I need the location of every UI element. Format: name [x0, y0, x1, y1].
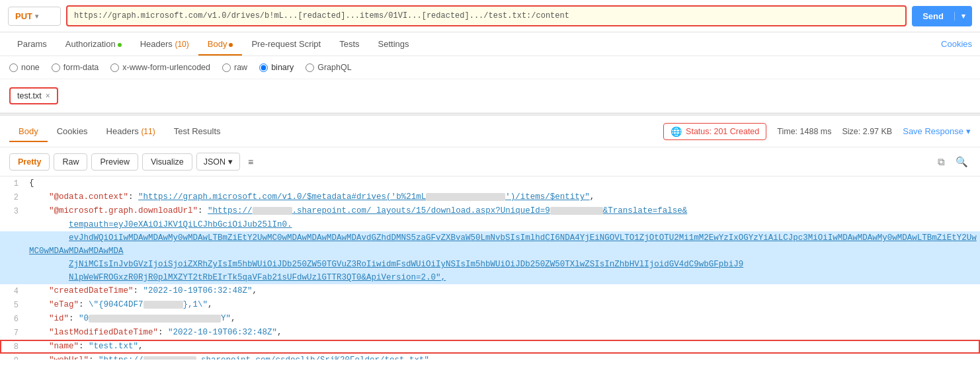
save-response-button[interactable]: Save Response ▾ [903, 126, 971, 136]
request-tabs: Params Authorization Headers (10) Body P… [0, 32, 980, 56]
line-content: "eTag": \"{904C4DF7 },1\", [26, 298, 980, 311]
response-tab-test-results[interactable]: Test Results [165, 121, 230, 141]
tab-tests[interactable]: Tests [330, 32, 368, 56]
format-toolbar: Pretty Raw Preview Visualize JSON ▾ ≡ ⧉ … [0, 147, 980, 176]
json-format-select[interactable]: JSON ▾ [196, 153, 240, 171]
file-remove-icon[interactable]: × [46, 91, 50, 100]
url-bar: PUT ▾ Send ▾ [0, 0, 980, 32]
code-line: 6 "id": "0 Y", [0, 312, 980, 326]
save-arrow-icon: ▾ [966, 126, 971, 136]
line-number: 3 [0, 204, 26, 218]
line-number: 9 [0, 354, 26, 360]
line-number [0, 218, 26, 219]
auth-dot [118, 43, 122, 47]
line-number [0, 258, 26, 258]
line-content: "@odata.context": "https://graph.microso… [26, 190, 980, 204]
line-content: "webUrl": "https:// .sharepoint.com/csdo… [26, 354, 980, 360]
method-chevron-icon: ▾ [35, 13, 38, 20]
code-line: evJhdWQiOiIwMDAwMDAwMy0wMDAwLTBmZiEtY2Uw… [0, 231, 980, 258]
time-info: Time: 1488 ms [777, 127, 831, 136]
line-content: tempauth=eyJ0eXAiOiJKV1QiLCJhbGciOiJub25… [26, 218, 980, 231]
line-content: ZjNiMCIsInJvbGVzIjoiSjoiZXRhZyIsIm5hbWUi… [26, 258, 980, 271]
code-line: tempauth=eyJ0eXAiOiJKV1QiLCJhbGciOiJub25… [0, 218, 980, 231]
json-label: JSON [204, 157, 225, 167]
response-tab-body[interactable]: Body [9, 121, 48, 141]
line-content: "createdDateTime": "2022-10-19T06:32:48Z… [26, 284, 980, 297]
tab-body[interactable]: Body [198, 32, 243, 56]
copy-icon[interactable]: ⧉ [935, 153, 948, 171]
status-text: Status: 201 Created [686, 127, 759, 136]
status-badge: 🌐 Status: 201 Created [663, 123, 766, 140]
line-number [0, 231, 26, 232]
response-meta: 🌐 Status: 201 Created Time: 1488 ms Size… [663, 123, 971, 140]
send-label: Send [912, 11, 954, 21]
code-line: 2 "@odata.context": "https://graph.micro… [0, 190, 980, 204]
code-line: ZjNiMCIsInJvbGVzIjoiSjoiZXRhZyIsIm5hbWUi… [0, 258, 980, 271]
code-line: 8 "name": "test.txt", [0, 340, 980, 354]
line-content: "@microsoft.graph.downloadUrl": "https:/… [26, 204, 980, 217]
body-dot [229, 43, 233, 47]
tab-params[interactable]: Params [8, 32, 56, 56]
file-upload-area: test.txt × [0, 79, 980, 113]
method-label: PUT [15, 11, 32, 21]
line-number: 7 [0, 326, 26, 340]
send-arrow-icon: ▾ [954, 12, 972, 20]
cookies-link[interactable]: Cookies [941, 39, 972, 49]
fmt-pretty-button[interactable]: Pretty [9, 153, 50, 171]
line-content: NlpWeWFROGxzR0RjR0plMXZYT2tRbEIrTk5qaVFa… [26, 271, 980, 284]
url-input[interactable] [66, 5, 907, 26]
line-content: "name": "test.txt", [26, 340, 980, 353]
file-name: test.txt [17, 91, 42, 100]
line-number: 4 [0, 284, 26, 298]
line-number [0, 271, 26, 272]
size-info: Size: 2.97 KB [842, 127, 892, 136]
toolbar-right: ⧉ 🔍 [935, 153, 971, 171]
tab-pre-request[interactable]: Pre-request Script [242, 32, 330, 56]
file-tag: test.txt × [9, 87, 58, 104]
response-tab-headers[interactable]: Headers (11) [97, 121, 165, 141]
send-button[interactable]: Send ▾ [912, 6, 972, 26]
fmt-visualize-button[interactable]: Visualize [142, 153, 192, 171]
tab-authorization[interactable]: Authorization [56, 32, 131, 56]
tab-headers[interactable]: Headers (10) [131, 32, 198, 56]
code-area[interactable]: 1{2 "@odata.context": "https://graph.mic… [0, 176, 980, 360]
json-chevron-icon: ▾ [228, 157, 233, 167]
radio-graphql[interactable]: GraphQL [306, 63, 351, 72]
radio-form-data[interactable]: form-data [52, 63, 99, 72]
line-content: "lastModifiedDateTime": "2022-10-19T06:3… [26, 326, 980, 339]
response-header: Body Cookies Headers (11) Test Results 🌐… [0, 116, 980, 147]
response-tabs: Body Cookies Headers (11) Test Results [9, 121, 230, 141]
code-line: 3 "@microsoft.graph.downloadUrl": "https… [0, 204, 980, 218]
line-number: 1 [0, 176, 26, 190]
line-number: 8 [0, 340, 26, 354]
code-line: 9 "webUrl": "https:// .sharepoint.com/cs… [0, 354, 980, 360]
search-icon[interactable]: 🔍 [953, 153, 971, 171]
fmt-preview-button[interactable]: Preview [91, 153, 138, 171]
line-number: 6 [0, 312, 26, 326]
code-line: NlpWeWFROGxzR0RjR0plMXZYT2tRbEIrTk5qaVFa… [0, 271, 980, 284]
method-select[interactable]: PUT ▾ [8, 7, 61, 26]
line-content: evJhdWQiOiIwMDAwMDAwMy0wMDAwLTBmZiEtY2Uw… [26, 231, 980, 258]
code-line: 7 "lastModifiedDateTime": "2022-10-19T06… [0, 326, 980, 340]
response-tab-cookies[interactable]: Cookies [48, 121, 97, 141]
code-line: 5 "eTag": \"{904C4DF7 },1\", [0, 298, 980, 312]
line-content: "id": "0 Y", [26, 312, 980, 325]
line-number: 2 [0, 190, 26, 204]
globe-icon: 🌐 [671, 126, 682, 137]
code-line: 4 "createdDateTime": "2022-10-19T06:32:4… [0, 284, 980, 298]
fmt-raw-button[interactable]: Raw [54, 153, 87, 171]
code-line: 1{ [0, 176, 980, 190]
body-type-row: none form-data x-www-form-urlencoded raw… [0, 56, 980, 79]
line-content: { [26, 176, 980, 190]
radio-none[interactable]: none [9, 63, 40, 72]
tab-settings[interactable]: Settings [369, 32, 419, 56]
radio-binary[interactable]: binary [259, 63, 294, 72]
radio-raw[interactable]: raw [222, 63, 247, 72]
radio-urlencoded[interactable]: x-www-form-urlencoded [110, 63, 210, 72]
line-number: 5 [0, 298, 26, 312]
sort-icon[interactable]: ≡ [248, 157, 253, 167]
